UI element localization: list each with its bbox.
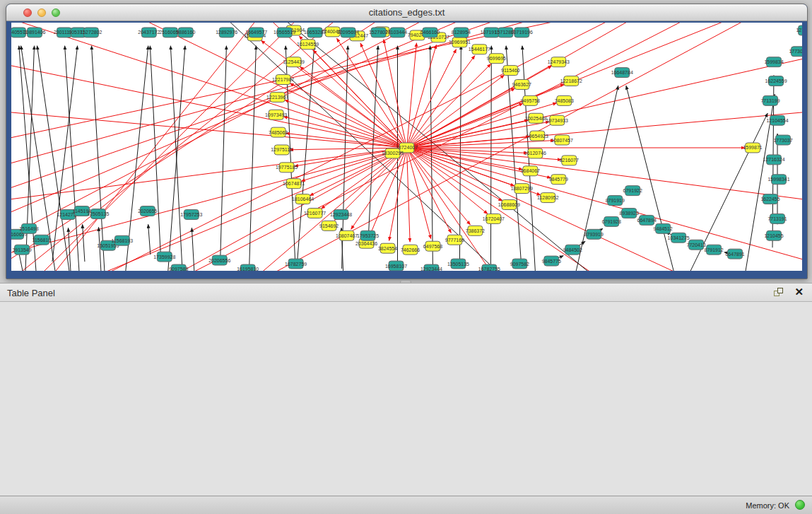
graph-node-label: 7485063 [269, 130, 288, 135]
graph-edge [490, 46, 491, 267]
graph-node-label: 9097582 [510, 262, 529, 267]
graph-edge [220, 46, 227, 259]
graph-node-label: 17953725 [357, 233, 379, 238]
graph-node-label: 20437172 [138, 30, 160, 35]
graph-node-label: 9115460 [501, 68, 520, 73]
network-graph[interactable]: 1872400718300295161245591125443912217987… [11, 23, 802, 271]
graph-edge [626, 86, 673, 271]
graph-node-label: 17359928 [153, 255, 175, 259]
graph-edge [459, 46, 461, 262]
graph-node-label: 7386372 [466, 228, 485, 233]
graph-edge [92, 46, 105, 271]
graph-node-label: 10565519 [273, 30, 295, 35]
graph-node-label: 12505135 [87, 211, 109, 216]
graph-node-label: 7462666 [401, 247, 420, 252]
graph-node-label: 1271632 [796, 28, 802, 33]
graph-node-label: 6647891 [725, 252, 744, 257]
application: { "window": { "title": "citations_edges.… [0, 0, 812, 514]
graph-node-label: 9463627 [512, 82, 531, 87]
graph-node-label: 9886160 [176, 30, 195, 35]
graph-node-label: 17957253 [180, 212, 202, 217]
graph-node-label: 9495758 [521, 98, 540, 103]
graph-node-label: 12213967 [266, 95, 288, 100]
graph-node-label: 6497568 [423, 244, 442, 249]
graph-node-label: 12160777 [304, 211, 326, 216]
graph-node-label: 16720407 [483, 216, 505, 221]
graph-node-label: 10674871 [283, 181, 305, 186]
graph-node-label: 1527802 [369, 30, 388, 35]
graph-node-label: 11568193 [112, 238, 134, 243]
graph-edge [52, 46, 78, 262]
graph-node-label: 16195810 [237, 267, 259, 271]
graph-node-label: 16648784 [611, 70, 633, 75]
graph-node-label: 1773037 [773, 138, 792, 143]
graph-node-label: 3824554 [378, 246, 397, 251]
citation-edge [407, 148, 488, 214]
graph-node-label: 15272802 [80, 30, 102, 35]
graph-node-label: 1516498 [19, 226, 38, 231]
float-panel-icon[interactable] [774, 288, 785, 298]
citation-edge [407, 148, 722, 271]
citation-edge [407, 141, 555, 148]
graph-node-label: 2020655 [138, 209, 157, 214]
close-panel-icon[interactable]: ✕ [794, 286, 804, 298]
table-panel-header: Table Panel ✕ [0, 283, 812, 302]
citation-edge [407, 148, 452, 233]
window-titlebar[interactable]: citations_edges.txt [6, 4, 807, 21]
graph-node-label: 9097588 [169, 267, 188, 271]
graph-edge [148, 224, 151, 255]
window-title: citations_edges.txt [6, 7, 807, 18]
graph-node-label: 8793919 [584, 232, 604, 237]
graph-node-label: 12923444 [420, 267, 442, 271]
graph-node-label: 16120746 [524, 151, 546, 156]
graph-node-label: 15446177 [469, 47, 490, 52]
graph-node-label: 12975115 [271, 147, 293, 152]
graph-node-label: 6791922 [623, 188, 642, 193]
graph-node-label: 11254439 [283, 59, 305, 64]
graph-node-label: 3913549 [12, 247, 31, 252]
graph-node-label: 12923448 [330, 212, 352, 217]
graph-node-label: 19775185 [276, 165, 298, 170]
graph-node-label: 11280952 [537, 195, 559, 200]
graph-node-label: 8938923 [620, 211, 639, 216]
graph-node-label: 12892976 [216, 30, 237, 35]
graph-node-label: 13505135 [447, 262, 469, 267]
graph-node-label: 19654923 [526, 134, 548, 139]
citation-edge [11, 23, 406, 148]
graph-node-label: 10807467 [336, 233, 358, 238]
graph-node-label: 12716324 [763, 157, 784, 162]
graph-node-label: 10653287 [304, 30, 326, 35]
network-canvas[interactable]: 1872400718300295161245591125443912217987… [11, 23, 802, 271]
graph-node-label: 9699695 [487, 56, 506, 61]
graph-node-label: 9484502 [563, 247, 582, 252]
table-panel: Table Panel ✕ [0, 283, 812, 514]
graph-node-label: 1773031 [789, 49, 802, 54]
graph-node-label: 9154692 [319, 223, 339, 228]
graph-node-label: 12104554 [766, 118, 788, 123]
graph-node-label: 8216077 [560, 158, 579, 163]
graph-edge [506, 46, 521, 262]
graph-node-label: 1622455 [760, 197, 779, 201]
citation-edge [11, 148, 406, 258]
graph-node-label: 1210455 [764, 233, 783, 238]
citation-edge [407, 148, 803, 202]
graph-node-label: 12479343 [548, 59, 570, 64]
graph-node-label: 16782755 [478, 267, 500, 271]
graph-node-label: 8103444 [388, 30, 407, 35]
graph-node-label: 9777169 [445, 238, 464, 243]
graph-node-label: 6466160 [420, 30, 440, 35]
citation-edge [407, 45, 437, 148]
graph-node-label: 20364436 [355, 241, 377, 246]
graph-node-label: 10807457 [551, 138, 573, 143]
citation-edge [407, 148, 803, 265]
citation-edge [407, 43, 417, 148]
graph-node-label: 20206556 [208, 258, 230, 263]
graph-node-label: 18106464 [292, 197, 314, 201]
graph-node-label: 19734933 [546, 118, 568, 123]
graph-node-label: 1156819 [33, 238, 52, 243]
graph-node-label: 10025488 [525, 116, 547, 121]
graph-edge [280, 23, 592, 271]
network-window: citations_edges.txt 18724007183002951612… [6, 4, 808, 279]
graph-edge [192, 228, 194, 271]
citation-edge [389, 148, 407, 240]
